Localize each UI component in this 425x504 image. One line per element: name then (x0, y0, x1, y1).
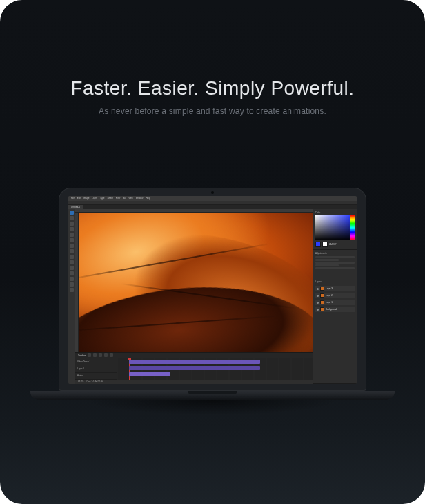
prev-frame-icon[interactable] (93, 353, 97, 357)
menu-item[interactable]: File (71, 197, 75, 200)
timeline-clip[interactable] (129, 372, 170, 376)
type-tool-icon[interactable] (70, 266, 74, 270)
marquee-tool-icon[interactable] (70, 216, 74, 220)
editor-screen: File Edit Image Layer Type Select Filter… (68, 196, 357, 384)
wand-tool-icon[interactable] (70, 227, 74, 231)
hue-slider[interactable] (350, 215, 355, 240)
layer-name: Layer 3 (326, 287, 353, 290)
document-tab[interactable]: Untitled-1 (68, 205, 83, 209)
move-tool-icon[interactable] (70, 211, 74, 215)
timeline-track-label[interactable]: Audio (75, 373, 117, 380)
timeline-track-label[interactable]: Layer 1 (75, 365, 117, 372)
menu-item[interactable]: Layer (92, 197, 97, 200)
foreground-swatch[interactable] (315, 242, 321, 247)
menu-item[interactable]: 3D (123, 197, 126, 200)
sv-field[interactable] (315, 215, 350, 240)
laptop-camera (211, 191, 214, 194)
timeline-tracks[interactable] (117, 358, 313, 380)
go-end-icon[interactable] (110, 353, 113, 357)
status-bar: 66.7% Doc: 24.0M/24.0M (75, 380, 313, 384)
crop-tool-icon[interactable] (70, 233, 74, 237)
play-icon[interactable] (99, 353, 102, 357)
adjust-row[interactable] (315, 262, 355, 264)
visibility-icon[interactable] (317, 302, 319, 304)
laptop-base (30, 391, 395, 400)
color-panel: Color 2A3CFF (313, 209, 357, 250)
zoom-tool-icon[interactable] (70, 288, 74, 292)
adjust-row[interactable] (315, 256, 355, 258)
timeline-header: Timeline (75, 353, 313, 358)
laptop-lid: File Edit Image Layer Type Select Filter… (59, 188, 366, 391)
layer-thumb (320, 307, 324, 311)
layer-name: Layer 1 (326, 301, 353, 304)
menu-item[interactable]: Image (83, 197, 89, 200)
timeline-clip[interactable] (129, 360, 260, 364)
layers-panel: Layers Layer 3 Layer 2 (313, 278, 357, 384)
timeline-clip[interactable] (129, 366, 260, 370)
laptop-notch (188, 391, 237, 394)
adjust-row[interactable] (315, 259, 339, 261)
hand-tool-icon[interactable] (70, 282, 74, 287)
hero-headline: Faster. Easier. Simply Powerful. (0, 77, 425, 99)
timeline-track-label[interactable]: Video Group 1 (75, 358, 117, 365)
adjustments-panel: Adjustments (313, 250, 357, 278)
visibility-icon[interactable] (317, 295, 319, 297)
panel-title: Color (315, 211, 355, 214)
color-picker[interactable] (315, 215, 355, 240)
color-hex: 2A3CFF (329, 243, 355, 246)
visibility-icon[interactable] (317, 309, 319, 311)
menu-item[interactable]: View (128, 197, 132, 200)
tool-bar (68, 209, 75, 384)
gradient-tool-icon[interactable] (70, 260, 74, 264)
layer-name: Layer 2 (326, 294, 353, 297)
menu-item[interactable]: Window (136, 197, 144, 200)
panel-title: Adjustments (315, 252, 355, 255)
layer-thumb (320, 287, 324, 291)
background-swatch[interactable] (322, 242, 328, 247)
zoom-level[interactable]: 66.7% (78, 380, 84, 383)
shape-tool-icon[interactable] (70, 277, 74, 281)
menu-item[interactable]: Filter (116, 197, 121, 200)
pen-tool-icon[interactable] (70, 271, 74, 275)
right-panels: Color 2A3CFF (313, 209, 357, 384)
layer-row[interactable]: Layer 2 (315, 293, 355, 298)
brush-tool-icon[interactable] (70, 244, 74, 248)
menu-bar: File Edit Image Layer Type Select Filter… (68, 196, 357, 201)
hero-subline: As never before a simple and fast way to… (0, 106, 425, 116)
canvas[interactable] (79, 213, 313, 352)
doc-info: Doc: 24.0M/24.0M (87, 380, 104, 383)
timeline-body: Video Group 1 Layer 1 Audio (75, 358, 313, 380)
next-frame-icon[interactable] (104, 353, 108, 357)
laptop-shadow (30, 400, 395, 435)
go-start-icon[interactable] (88, 353, 91, 357)
timeline-track-list: Video Group 1 Layer 1 Audio (75, 358, 117, 380)
menu-item[interactable]: Select (107, 197, 112, 200)
timeline-panel: Timeline Video Group 1 Layer 1 (75, 352, 313, 380)
adjust-row[interactable] (315, 264, 339, 266)
menu-item[interactable]: Help (146, 197, 150, 200)
layer-row[interactable]: Background (315, 307, 355, 312)
menu-item[interactable]: Edit (77, 197, 81, 200)
clone-tool-icon[interactable] (70, 249, 74, 253)
viewport: Timeline Video Group 1 Layer 1 (75, 209, 313, 384)
workspace: Timeline Video Group 1 Layer 1 (68, 209, 357, 384)
visibility-icon[interactable] (317, 288, 319, 290)
promo-card: Faster. Easier. Simply Powerful. As neve… (0, 0, 425, 504)
canvas-wrap (75, 213, 313, 352)
laptop-mockup: File Edit Image Layer Type Select Filter… (59, 188, 366, 400)
layer-thumb (320, 293, 324, 298)
layer-row[interactable]: Layer 3 (315, 286, 355, 291)
lasso-tool-icon[interactable] (70, 222, 74, 226)
adjust-row[interactable] (315, 267, 355, 269)
layer-row[interactable]: Layer 1 (315, 300, 355, 305)
eyedropper-tool-icon[interactable] (70, 238, 74, 242)
menu-item[interactable]: Type (100, 197, 105, 200)
timeline-title: Timeline (78, 354, 86, 357)
layer-name: Background (326, 308, 353, 311)
layer-thumb (320, 300, 324, 304)
eraser-tool-icon[interactable] (70, 255, 74, 259)
panel-title: Layers (315, 280, 355, 283)
